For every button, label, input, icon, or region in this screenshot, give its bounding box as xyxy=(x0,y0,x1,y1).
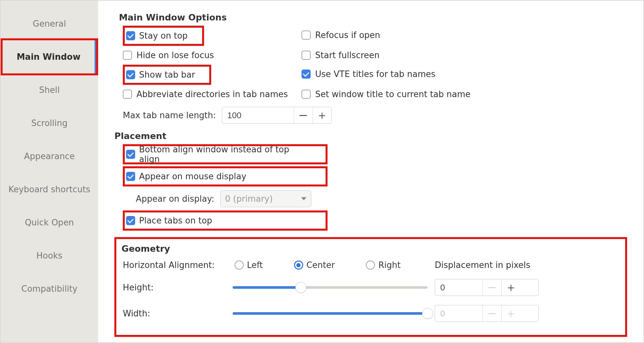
align-center-label: Center xyxy=(306,260,335,270)
chevron-down-icon xyxy=(301,197,306,200)
section-title-placement: Placement xyxy=(114,131,627,141)
hide-on-lose-focus-row[interactable]: Hide on lose focus xyxy=(114,46,296,65)
sidebar-item-compatibility[interactable]: Compatibility xyxy=(1,272,98,305)
align-right-radio[interactable]: Right xyxy=(366,260,400,270)
sidebar-item-appearance[interactable]: Appearance xyxy=(1,140,98,173)
start-fullscreen-label: Start fullscreen xyxy=(315,50,380,60)
width-displacement-input xyxy=(435,305,483,322)
max-tab-length-decrement[interactable]: − xyxy=(294,107,313,123)
sidebar-item-hooks[interactable]: Hooks xyxy=(1,239,98,272)
appear-mouse-display-row[interactable]: Appear on mouse display xyxy=(123,166,328,186)
displacement-header: Displacement in pixels xyxy=(435,260,539,270)
sidebar-item-keyboard-shortcuts[interactable]: Keyboard shortcuts xyxy=(1,173,98,206)
height-slider[interactable] xyxy=(233,283,428,292)
hide-on-lose-focus-label: Hide on lose focus xyxy=(136,50,214,60)
use-vte-titles-row[interactable]: Use VTE titles for tab names xyxy=(300,65,627,83)
horizontal-alignment-label: Horizontal Alignment: xyxy=(122,260,225,270)
align-left-label: Left xyxy=(247,260,263,270)
sidebar-item-shell[interactable]: Shell xyxy=(1,73,98,107)
slider-thumb-icon[interactable] xyxy=(422,308,433,319)
radio-icon xyxy=(294,260,303,270)
appear-on-display-value: 0 (primary) xyxy=(225,194,273,204)
sidebar-item-general[interactable]: General xyxy=(1,7,98,40)
geometry-section: Geometry Horizontal Alignment: Left Cent… xyxy=(114,237,627,337)
main-window-options-grid: Stay on top Refocus if open Hide on lose… xyxy=(114,26,627,104)
show-tab-bar-row[interactable]: Show tab bar xyxy=(123,65,211,85)
align-right-label: Right xyxy=(378,260,400,270)
appear-mouse-display-checkbox[interactable] xyxy=(126,172,135,181)
refocus-if-open-checkbox[interactable] xyxy=(302,31,311,40)
width-slider[interactable] xyxy=(233,309,428,318)
refocus-if-open-label: Refocus if open xyxy=(315,30,380,40)
set-window-title-checkbox[interactable] xyxy=(302,90,311,99)
max-tab-length-spinbox[interactable]: − + xyxy=(222,107,332,124)
max-tab-length-label: Max tab name length: xyxy=(123,110,216,120)
slider-thumb-icon[interactable] xyxy=(295,282,306,293)
width-displacement-increment: + xyxy=(501,305,520,322)
use-vte-titles-checkbox[interactable] xyxy=(302,70,311,79)
sidebar-item-main-window[interactable]: Main Window xyxy=(3,40,96,73)
max-tab-length-increment[interactable]: + xyxy=(313,107,331,123)
bottom-align-checkbox[interactable] xyxy=(126,150,135,159)
width-label: Width: xyxy=(122,309,225,318)
use-vte-titles-label: Use VTE titles for tab names xyxy=(315,69,435,79)
height-label: Height: xyxy=(122,283,225,292)
height-displacement-input[interactable] xyxy=(435,279,483,296)
refocus-if-open-row[interactable]: Refocus if open xyxy=(300,26,627,44)
start-fullscreen-row[interactable]: Start fullscreen xyxy=(300,46,627,65)
bottom-align-row[interactable]: Bottom align window instead of top align xyxy=(123,144,328,164)
width-displacement-spinbox: − + xyxy=(435,305,539,322)
align-center-radio[interactable]: Center xyxy=(294,260,335,270)
max-tab-length-input[interactable] xyxy=(222,107,294,123)
place-tabs-on-top-row[interactable]: Place tabs on top xyxy=(123,210,328,231)
horizontal-alignment-group: Left Center Right xyxy=(233,260,428,270)
section-title-geometry: Geometry xyxy=(122,244,619,254)
stay-on-top-label: Stay on top xyxy=(139,31,188,41)
show-tab-bar-label: Show tab bar xyxy=(139,70,195,80)
radio-icon xyxy=(366,260,375,270)
sidebar: General Main Window Shell Scrolling Appe… xyxy=(1,1,98,342)
set-window-title-row[interactable]: Set window title to current tab name xyxy=(300,85,627,104)
stay-on-top-checkbox[interactable] xyxy=(126,31,135,40)
start-fullscreen-checkbox[interactable] xyxy=(302,51,311,60)
show-tab-bar-checkbox[interactable] xyxy=(126,70,135,79)
section-title-main-window-options: Main Window Options xyxy=(114,12,627,22)
main-window-panel: Main Window Options Stay on top Refocus … xyxy=(98,1,643,342)
radio-icon xyxy=(235,260,244,270)
align-left-radio[interactable]: Left xyxy=(235,260,263,270)
place-tabs-on-top-label: Place tabs on top xyxy=(139,216,212,225)
hide-on-lose-focus-checkbox[interactable] xyxy=(123,51,132,60)
height-displacement-increment[interactable]: + xyxy=(501,279,520,296)
width-displacement-decrement: − xyxy=(483,305,501,322)
sidebar-item-quick-open[interactable]: Quick Open xyxy=(1,206,98,239)
sidebar-item-scrolling[interactable]: Scrolling xyxy=(1,107,98,140)
appear-on-display-label: Appear on display: xyxy=(136,194,214,204)
abbreviate-dirs-label: Abbreviate directories in tab names xyxy=(136,89,288,99)
preferences-window: General Main Window Shell Scrolling Appe… xyxy=(0,0,644,343)
place-tabs-on-top-checkbox[interactable] xyxy=(126,216,135,225)
set-window-title-label: Set window title to current tab name xyxy=(315,89,470,99)
stay-on-top-row[interactable]: Stay on top xyxy=(123,26,204,46)
abbreviate-dirs-row[interactable]: Abbreviate directories in tab names xyxy=(114,85,296,104)
height-displacement-decrement[interactable]: − xyxy=(483,279,501,296)
appear-mouse-display-label: Appear on mouse display xyxy=(139,172,246,181)
abbreviate-dirs-checkbox[interactable] xyxy=(123,90,132,99)
appear-on-display-dropdown[interactable]: 0 (primary) xyxy=(220,190,311,207)
bottom-align-label: Bottom align window instead of top align xyxy=(139,145,311,164)
height-displacement-spinbox[interactable]: − + xyxy=(435,279,539,296)
